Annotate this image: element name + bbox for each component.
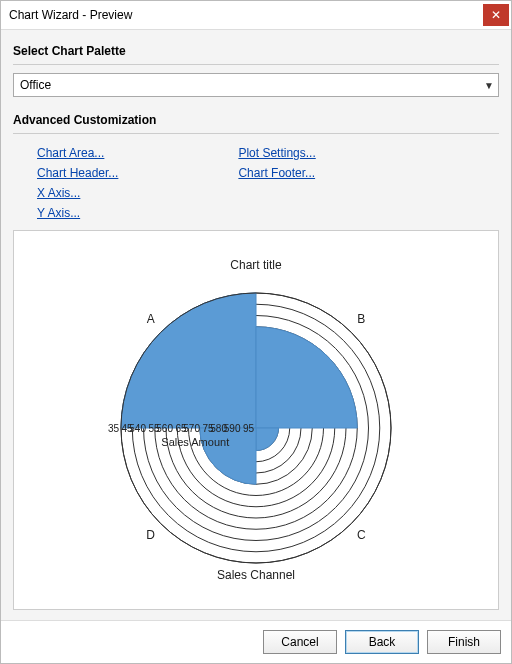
svg-text:590: 590 [224, 423, 241, 434]
dialog-body: Select Chart Palette Office ▼ Advanced C… [1, 30, 511, 620]
svg-text:C: C [357, 528, 366, 542]
palette-heading: Select Chart Palette [13, 44, 499, 58]
chevron-down-icon: ▼ [484, 80, 494, 91]
advanced-heading: Advanced Customization [13, 113, 499, 127]
window-title: Chart Wizard - Preview [9, 8, 132, 22]
dialog-footer: Cancel Back Finish [1, 620, 511, 663]
svg-text:Sales Amount: Sales Amount [161, 436, 229, 448]
chart-wizard-window: Chart Wizard - Preview ✕ Select Chart Pa… [0, 0, 512, 664]
titlebar: Chart Wizard - Preview ✕ [1, 1, 511, 30]
separator [13, 64, 499, 65]
link-chart-area[interactable]: Chart Area... [37, 146, 118, 160]
svg-text:95: 95 [243, 423, 255, 434]
polar-chart: ABCD354554055560655707558059095Sales Amo… [16, 255, 496, 585]
svg-text:540: 540 [129, 423, 146, 434]
link-y-axis[interactable]: Y Axis... [37, 206, 118, 220]
link-chart-header[interactable]: Chart Header... [37, 166, 118, 180]
palette-select[interactable]: Office ▼ [13, 73, 499, 97]
svg-text:A: A [147, 312, 155, 326]
advanced-links: Chart Area... Chart Header... X Axis... … [37, 146, 499, 220]
palette-select-value: Office [20, 78, 51, 92]
link-plot-settings[interactable]: Plot Settings... [238, 146, 315, 160]
svg-text:560: 560 [156, 423, 173, 434]
finish-button[interactable]: Finish [427, 630, 501, 654]
close-button[interactable]: ✕ [483, 4, 509, 26]
link-chart-footer[interactable]: Chart Footer... [238, 166, 315, 180]
cancel-button[interactable]: Cancel [263, 630, 337, 654]
advanced-links-right: Plot Settings... Chart Footer... [238, 146, 315, 220]
svg-text:35: 35 [108, 423, 120, 434]
chart-preview-panel: ABCD354554055560655707558059095Sales Amo… [13, 230, 499, 610]
link-x-axis[interactable]: X Axis... [37, 186, 118, 200]
svg-text:570: 570 [183, 423, 200, 434]
svg-text:Sales Channel: Sales Channel [217, 568, 295, 582]
palette-select-wrap: Office ▼ [13, 73, 499, 97]
back-button[interactable]: Back [345, 630, 419, 654]
svg-text:D: D [146, 528, 155, 542]
advanced-links-left: Chart Area... Chart Header... X Axis... … [37, 146, 118, 220]
svg-text:Chart title: Chart title [230, 258, 282, 272]
separator [13, 133, 499, 134]
svg-text:B: B [357, 312, 365, 326]
close-icon: ✕ [491, 8, 501, 22]
